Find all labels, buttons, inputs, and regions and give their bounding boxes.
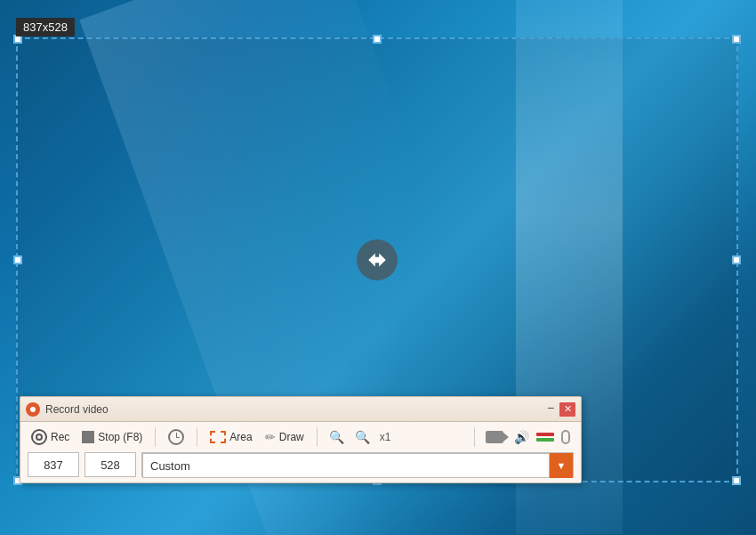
rec-circle-icon: [31, 429, 47, 445]
titlebar-buttons: − ✕: [543, 402, 575, 417]
zoom-in-button[interactable]: 🔍: [326, 428, 347, 446]
zoom-in-icon: 🔍: [329, 430, 344, 444]
divider-1: [155, 427, 156, 447]
handle-middle-right[interactable]: [732, 255, 741, 264]
record-video-toolbar: Record video − ✕ Rec: [20, 396, 582, 483]
clock-icon: [168, 429, 184, 445]
toolbar-content: Rec Stop (F8) Area: [20, 422, 581, 482]
stop-button[interactable]: Stop (F8): [78, 429, 146, 445]
timer-button[interactable]: [165, 427, 188, 447]
height-input[interactable]: [84, 452, 136, 477]
pencil-icon: ✏: [265, 430, 276, 444]
rec-label: Rec: [51, 431, 69, 443]
divider-2: [197, 427, 197, 447]
titlebar: Record video − ✕: [20, 397, 581, 422]
level-green: [536, 438, 554, 442]
zoom-out-button[interactable]: 🔍: [352, 428, 373, 446]
mic-button[interactable]: [558, 428, 574, 446]
microphone-icon: [561, 430, 570, 444]
handle-bottom-right[interactable]: [732, 476, 741, 485]
draw-label: Draw: [279, 431, 304, 443]
preset-dropdown-wrapper[interactable]: Custom ▼: [141, 452, 574, 477]
minimize-button[interactable]: −: [543, 402, 558, 417]
volume-button[interactable]: 🔊: [511, 428, 533, 446]
area-label: Area: [229, 431, 252, 443]
preset-select[interactable]: Custom: [142, 453, 550, 478]
preset-dropdown-arrow[interactable]: ▼: [550, 453, 573, 478]
move-icon: [357, 239, 398, 280]
handle-top-middle[interactable]: [373, 35, 382, 44]
dimensions-row: Custom ▼: [28, 452, 574, 477]
camera-icon: [486, 431, 503, 443]
preset-label: Custom: [150, 459, 190, 473]
width-input[interactable]: [28, 452, 79, 477]
audio-levels: [536, 433, 554, 442]
area-button[interactable]: Area: [206, 429, 255, 445]
stop-label: Stop (F8): [98, 431, 142, 443]
handle-top-right[interactable]: [732, 35, 741, 44]
rec-inner-icon: [36, 434, 43, 441]
camera-button[interactable]: [482, 429, 507, 445]
right-icons: 🔊: [470, 427, 574, 447]
controls-row: Rec Stop (F8) Area: [28, 427, 574, 447]
divider-3: [317, 427, 318, 447]
zoom-out-icon: 🔍: [355, 430, 370, 444]
level-red: [536, 433, 554, 436]
zoom-level-label: x1: [378, 431, 393, 443]
desktop-background: 837x528 Record video − ✕: [0, 0, 756, 535]
titlebar-title: Record video: [45, 403, 109, 416]
close-button[interactable]: ✕: [559, 402, 575, 417]
rec-button[interactable]: Rec: [28, 427, 73, 447]
dimension-label: 837x528: [16, 18, 75, 36]
titlebar-left: Record video: [26, 402, 109, 417]
divider-4: [474, 427, 475, 447]
draw-button[interactable]: ✏ Draw: [261, 428, 308, 446]
stop-icon: [82, 431, 94, 443]
app-icon: [26, 402, 40, 417]
speaker-icon: 🔊: [514, 430, 529, 444]
area-icon: [210, 431, 226, 443]
handle-middle-left[interactable]: [13, 255, 22, 264]
